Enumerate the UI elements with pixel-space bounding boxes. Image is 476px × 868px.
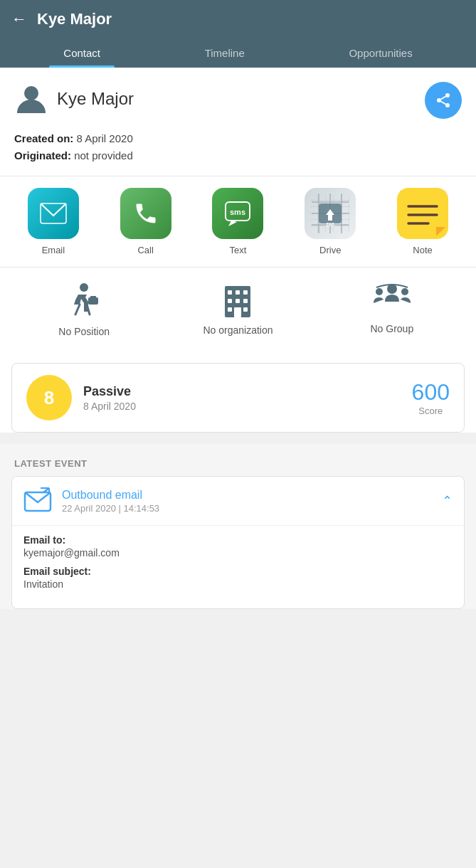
svg-rect-34 — [243, 299, 248, 303]
score-label: Score — [412, 406, 450, 416]
text-label: Text — [230, 245, 247, 255]
building-icon — [222, 282, 253, 319]
originated-value: not provided — [74, 149, 133, 162]
svg-line-25 — [87, 305, 90, 314]
svg-rect-32 — [228, 299, 232, 303]
svg-point-23 — [80, 283, 88, 292]
email-to-label: Email to: — [23, 534, 453, 546]
note-icon-bg — [397, 188, 448, 239]
svg-rect-30 — [236, 290, 240, 295]
drive-button[interactable]: 280 Drive — [305, 188, 356, 255]
svg-marker-19 — [436, 227, 445, 236]
score-badge: 8 — [26, 375, 72, 420]
score-card: 8 Passive 8 April 2020 600 Score — [11, 363, 465, 433]
event-card: Outbound email 22 April 2020 | 14:14:53 … — [11, 476, 465, 609]
svg-rect-37 — [234, 307, 241, 317]
call-button[interactable]: Call — [120, 188, 171, 255]
svg-point-40 — [401, 288, 408, 295]
svg-rect-36 — [243, 307, 248, 312]
score-number: 600 — [412, 379, 450, 406]
tab-contact[interactable]: Contact — [49, 38, 115, 68]
person-walking-icon — [67, 282, 101, 320]
event-timestamp: 22 April 2020 | 14:14:53 — [62, 503, 432, 514]
score-info: Passive 8 April 2020 — [83, 384, 401, 412]
svg-rect-27 — [90, 296, 96, 299]
header: ← Kye Major Contact Timeline Opportuniti… — [0, 0, 476, 68]
profile-name: Kye Major — [57, 89, 134, 109]
text-button[interactable]: sms Text — [212, 188, 263, 255]
event-title-wrap: Outbound email 22 April 2020 | 14:14:53 — [62, 489, 432, 514]
svg-line-4 — [441, 102, 446, 105]
svg-rect-31 — [243, 290, 248, 295]
group-icon — [372, 282, 412, 317]
svg-point-0 — [24, 86, 38, 100]
info-row: No Position No organization — [0, 267, 476, 351]
info-organization: No organization — [161, 282, 314, 336]
score-status: Passive — [83, 384, 401, 399]
text-icon: sms — [224, 201, 251, 226]
email-to-value: kyemajor@gmail.com — [23, 547, 453, 559]
score-value: 600 Score — [412, 379, 450, 416]
call-label: Call — [137, 245, 153, 255]
svg-rect-33 — [236, 299, 240, 303]
created-on-value: 8 April 2020 — [77, 132, 133, 144]
tab-opportunities[interactable]: Opportunities — [334, 38, 426, 68]
svg-line-5 — [441, 97, 446, 100]
email-icon — [40, 203, 67, 224]
share-icon — [435, 92, 452, 109]
info-position: No Position — [7, 282, 161, 337]
email-icon-bg — [28, 188, 79, 239]
event-title: Outbound email — [62, 489, 432, 502]
outbound-email-icon — [23, 487, 52, 515]
svg-text:280: 280 — [326, 222, 334, 227]
svg-point-2 — [437, 98, 441, 102]
event-body: Email to: kyemajor@gmail.com Email subje… — [12, 525, 464, 608]
event-expand-icon[interactable]: ⌃ — [442, 493, 453, 509]
position-label: No Position — [58, 326, 110, 337]
svg-rect-29 — [228, 290, 232, 295]
meta-info: Created on: 8 April 2020 Originated: not… — [0, 130, 476, 176]
call-icon-bg — [120, 188, 171, 239]
email-subject-label: Email subject: — [23, 566, 453, 577]
latest-event-section: LATEST EVENT Outbound email 22 April 202… — [0, 444, 476, 609]
text-icon-bg: sms — [212, 188, 263, 239]
profile-section: Kye Major — [0, 68, 476, 130]
page-title: Kye Major — [37, 10, 112, 28]
note-label: Note — [413, 245, 432, 255]
email-label: Email — [42, 245, 65, 255]
note-icon — [397, 188, 448, 239]
drive-icon: 280 — [305, 188, 356, 239]
tab-bar: Contact Timeline Opportunities — [11, 38, 465, 68]
note-button[interactable]: Note — [397, 188, 448, 255]
svg-point-39 — [376, 288, 383, 295]
tab-timeline[interactable]: Timeline — [191, 38, 259, 68]
main-content: Kye Major Created on: 8 April 2020 Origi… — [0, 68, 476, 433]
svg-text:sms: sms — [230, 208, 245, 216]
event-header: Outbound email 22 April 2020 | 14:14:53 … — [12, 477, 464, 525]
info-group: No Group — [315, 282, 469, 334]
svg-rect-35 — [228, 307, 232, 312]
email-button[interactable]: Email — [28, 188, 79, 255]
group-label: No Group — [370, 323, 413, 334]
drive-icon-bg: 280 — [305, 188, 356, 239]
drive-label: Drive — [319, 245, 341, 255]
section-label: LATEST EVENT — [0, 444, 476, 476]
action-buttons: Email Call sms Text — [0, 176, 476, 267]
call-icon — [133, 201, 159, 226]
event-icon-wrap — [23, 487, 52, 515]
originated-label: Originated: — [14, 149, 71, 162]
event-field-email-to: Email to: kyemajor@gmail.com — [23, 534, 453, 559]
svg-point-3 — [445, 103, 450, 107]
avatar — [14, 82, 48, 116]
email-subject-value: Invitation — [23, 578, 453, 590]
event-field-email-subject: Email subject: Invitation — [23, 566, 453, 590]
svg-point-1 — [445, 93, 450, 97]
back-button[interactable]: ← — [11, 10, 27, 28]
share-button[interactable] — [425, 82, 462, 119]
organization-label: No organization — [203, 324, 273, 336]
svg-line-24 — [75, 305, 80, 314]
score-date: 8 April 2020 — [83, 401, 401, 412]
created-on-label: Created on: — [14, 132, 73, 144]
